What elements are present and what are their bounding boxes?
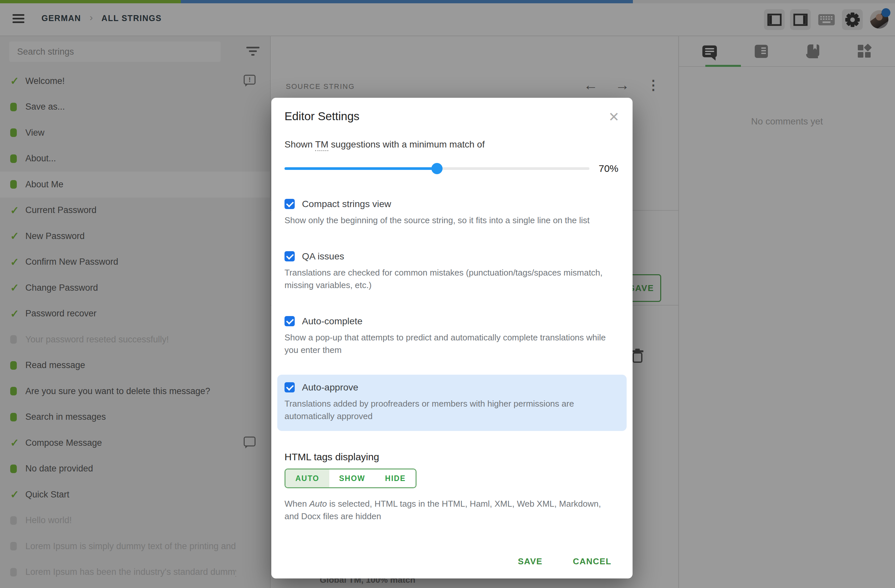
- checkbox-checked[interactable]: [285, 382, 295, 393]
- slider-fill: [285, 167, 437, 170]
- tm-match-slider-row: 70%: [285, 163, 619, 174]
- dialog-title: Editor Settings: [285, 110, 360, 123]
- app: GERMAN › ALL STRINGS: [0, 0, 895, 588]
- checkbox-checked[interactable]: [285, 199, 295, 209]
- html-tags-segmented-control: AUTO SHOW HIDE: [285, 468, 417, 488]
- tm-slider-label: Shown TM suggestions with a minimum matc…: [285, 139, 619, 150]
- slider-value: 70%: [599, 163, 618, 174]
- html-tags-heading: HTML tags displaying: [285, 452, 619, 462]
- tm-term[interactable]: TM: [315, 139, 328, 151]
- checkbox-checked[interactable]: [285, 251, 295, 261]
- option-auto-complete: Auto-complete Show a pop-up that attempt…: [285, 316, 619, 356]
- save-button[interactable]: SAVE: [518, 556, 543, 567]
- slider-thumb[interactable]: [431, 163, 443, 174]
- cancel-button[interactable]: CANCEL: [573, 556, 611, 567]
- close-icon[interactable]: ✕: [608, 110, 619, 123]
- option-qa-issues: QA issues Translations are checked for c…: [285, 251, 619, 291]
- slider-track[interactable]: [285, 167, 589, 170]
- checkbox-checked[interactable]: [285, 316, 295, 326]
- editor-settings-dialog: Editor Settings ✕ Shown TM suggestions w…: [272, 98, 633, 579]
- option-auto-approve: Auto-approve Translations added by proof…: [277, 375, 626, 431]
- segment-show[interactable]: SHOW: [329, 470, 375, 487]
- segment-hide[interactable]: HIDE: [375, 470, 416, 487]
- dialog-footer: SAVE CANCEL: [518, 556, 611, 567]
- segment-auto[interactable]: AUTO: [285, 470, 329, 487]
- html-tags-description: When Auto is selected, HTML tags in the …: [285, 497, 607, 523]
- option-compact-strings-view: Compact strings view Show only the begin…: [285, 199, 619, 226]
